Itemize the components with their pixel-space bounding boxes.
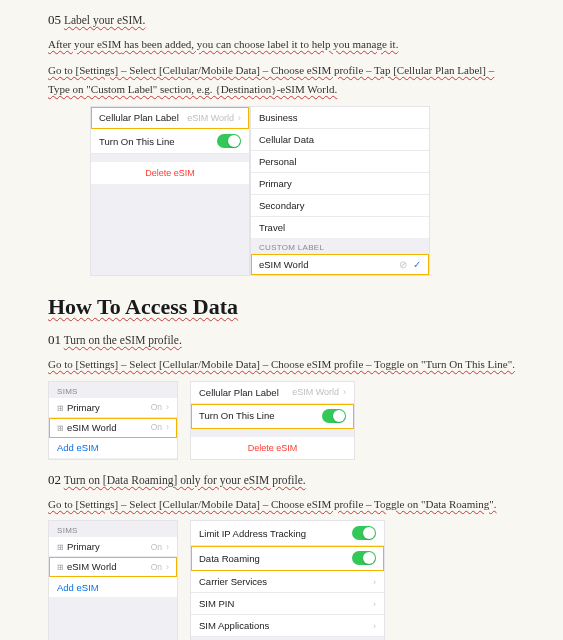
step02-instruction: Go to [Settings] – Select [Cellular/Mobi…	[48, 495, 515, 515]
label-option[interactable]: Cellular Data	[251, 129, 429, 151]
sim-esim-label: eSIM World	[57, 561, 151, 572]
sim-row-primary[interactable]: Primary On ›	[49, 537, 177, 557]
step05-screenshot: Cellular Plan Label eSIM World › Turn On…	[90, 106, 515, 276]
step01-number: 01	[48, 332, 61, 347]
clear-icon[interactable]: ⊘	[399, 259, 407, 270]
add-esim-button[interactable]: Add eSIM	[49, 577, 177, 597]
step01-screenshot: SIMs Primary On › eSIM World On › Add eS…	[48, 381, 515, 460]
esim-roaming-panel: Limit IP Address Tracking Data Roaming C…	[190, 520, 385, 640]
limit-ip-label: Limit IP Address Tracking	[199, 528, 352, 539]
label-option[interactable]: Travel	[251, 217, 429, 238]
turn-on-line-row[interactable]: Turn On This Line	[91, 129, 249, 154]
custom-label-header: CUSTOM LABEL	[251, 238, 429, 254]
step01-title: Turn on the eSIM profile.	[64, 334, 182, 346]
chevron-right-icon: ›	[373, 599, 376, 609]
limit-ip-row[interactable]: Limit IP Address Tracking	[191, 521, 384, 546]
chevron-right-icon: ›	[166, 542, 169, 552]
chevron-right-icon: ›	[343, 387, 346, 397]
cellular-plan-label-text: Cellular Plan Label	[99, 112, 187, 123]
cellular-plan-label-row[interactable]: Cellular Plan Label eSIM World ›	[191, 382, 354, 404]
chevron-right-icon: ›	[238, 113, 241, 123]
sims-header: SIMs	[49, 382, 177, 398]
sim-primary-status: On	[151, 542, 162, 552]
toggle-on-icon[interactable]	[322, 409, 346, 423]
turn-on-line-label: Turn On This Line	[99, 136, 217, 147]
add-esim-button[interactable]: Add eSIM	[49, 438, 177, 458]
chevron-right-icon: ›	[166, 422, 169, 432]
chevron-right-icon: ›	[373, 577, 376, 587]
chevron-right-icon: ›	[166, 402, 169, 412]
chevron-right-icon: ›	[373, 621, 376, 631]
step05-instruction-2: Go to [Settings] – Select [Cellular/Mobi…	[48, 61, 515, 101]
label-option[interactable]: Primary	[251, 173, 429, 195]
step05-right-panel: Business Cellular Data Personal Primary …	[250, 106, 430, 276]
sim-esim-label: eSIM World	[57, 422, 151, 433]
sim-primary-label: Primary	[57, 402, 151, 413]
sims-panel: SIMs Primary On › eSIM World On › Add eS…	[48, 520, 178, 640]
turn-on-line-label: Turn On This Line	[199, 410, 322, 421]
check-icon[interactable]: ✓	[413, 259, 421, 270]
label-option[interactable]: Personal	[251, 151, 429, 173]
cellular-plan-label-value: eSIM World	[187, 113, 234, 123]
turn-on-line-row[interactable]: Turn On This Line	[191, 404, 354, 429]
sim-esim-status: On	[151, 562, 162, 572]
data-roaming-label: Data Roaming	[199, 553, 352, 564]
label-option[interactable]: Secondary	[251, 195, 429, 217]
data-roaming-row[interactable]: Data Roaming	[191, 546, 384, 571]
step05-title: Label your eSIM.	[64, 14, 145, 26]
custom-label-input-row[interactable]: eSIM World ⊘ ✓	[251, 254, 429, 275]
delete-esim-button[interactable]: Delete eSIM	[91, 162, 249, 184]
step02-number: 02	[48, 472, 61, 487]
chevron-right-icon: ›	[166, 562, 169, 572]
sim-row-esim[interactable]: eSIM World On ›	[49, 557, 177, 577]
step02-title: Turn on [Data Roaming] only for your eSI…	[64, 474, 306, 486]
sim-esim-status: On	[151, 422, 162, 432]
step01-instruction: Go to [Settings] – Select [Cellular/Mobi…	[48, 355, 515, 375]
carrier-services-label: Carrier Services	[199, 576, 369, 587]
cellular-plan-label-value: eSIM World	[292, 387, 339, 397]
cellular-plan-label-row[interactable]: Cellular Plan Label eSIM World ›	[91, 107, 249, 129]
step05-left-panel: Cellular Plan Label eSIM World › Turn On…	[90, 106, 250, 276]
cellular-plan-label-text: Cellular Plan Label	[199, 387, 292, 398]
sims-panel: SIMs Primary On › eSIM World On › Add eS…	[48, 381, 178, 460]
sim-primary-status: On	[151, 402, 162, 412]
toggle-on-icon[interactable]	[352, 551, 376, 565]
sim-primary-label: Primary	[57, 541, 151, 552]
sim-row-primary[interactable]: Primary On ›	[49, 398, 177, 418]
custom-label-value: eSIM World	[259, 259, 393, 270]
step02-screenshot: SIMs Primary On › eSIM World On › Add eS…	[48, 520, 515, 640]
sim-pin-row[interactable]: SIM PIN ›	[191, 593, 384, 615]
esim-settings-panel: Cellular Plan Label eSIM World › Turn On…	[190, 381, 355, 460]
step05-number: 05	[48, 12, 61, 27]
carrier-services-row[interactable]: Carrier Services ›	[191, 571, 384, 593]
sims-header: SIMs	[49, 521, 177, 537]
sim-applications-label: SIM Applications	[199, 620, 369, 631]
delete-esim-button[interactable]: Delete eSIM	[191, 437, 354, 459]
sim-applications-row[interactable]: SIM Applications ›	[191, 615, 384, 637]
step05-instruction-1: After your eSIM has been added, you can …	[48, 35, 515, 55]
sim-row-esim[interactable]: eSIM World On ›	[49, 418, 177, 438]
sim-pin-label: SIM PIN	[199, 598, 369, 609]
label-option[interactable]: Business	[251, 107, 429, 129]
toggle-on-icon[interactable]	[352, 526, 376, 540]
section-title: How To Access Data	[48, 294, 515, 320]
toggle-on-icon[interactable]	[217, 134, 241, 148]
